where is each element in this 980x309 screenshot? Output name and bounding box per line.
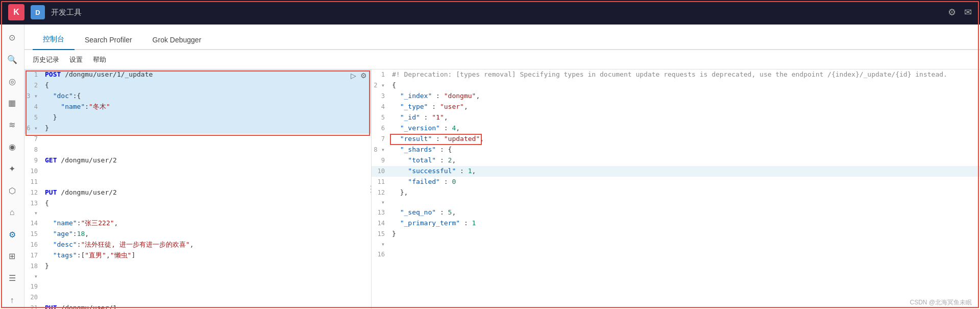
- code-line-20: 20: [24, 292, 371, 303]
- editor-actions: ▷ ⚙: [351, 72, 367, 80]
- sidebar-item-devtools[interactable]: ⚙: [3, 226, 21, 244]
- code-line-12: 12 PUT /dongmu/user/2: [24, 187, 371, 198]
- tab-bar: 控制台 Search Profiler Grok Debugger: [24, 25, 980, 50]
- right-code-editor[interactable]: 1 #! Deprecation: [types removal] Specif…: [372, 69, 980, 309]
- code-line-13: 13 ▾ {: [24, 198, 371, 218]
- left-code-editor[interactable]: 1 POST /dongmu/user/1/_update 2 { 3 ▾ "d…: [24, 69, 371, 309]
- code-line-9: 9 GET /dongmu/user/2: [24, 155, 371, 166]
- main-layout: ⊙ 🔍 ◎ ▦ ≋ ◉ ✦ ⬡ ⌂ ⚙ ⊞ ☰ ↑ 控制台 Search Pro…: [0, 25, 980, 309]
- code-line-14: 14 "name":"张三222",: [24, 218, 371, 229]
- right-code-line-1: 1 #! Deprecation: [types removal] Specif…: [372, 69, 980, 80]
- sidebar-item-graph[interactable]: ⬡: [3, 182, 21, 200]
- run-icon[interactable]: ▷: [351, 72, 356, 80]
- sidebar-item-dashboard[interactable]: ▦: [3, 94, 21, 112]
- code-line-1: 1 POST /dongmu/user/1/_update: [24, 69, 371, 80]
- sidebar-item-maps[interactable]: ◉: [3, 138, 21, 156]
- sidebar: ⊙ 🔍 ◎ ▦ ≋ ◉ ✦ ⬡ ⌂ ⚙ ⊞ ☰ ↑: [0, 25, 24, 309]
- kibana-logo: K: [8, 4, 24, 20]
- editor-container: ▷ ⚙ 1 POST /dongmu/user/1/_update 2 {: [24, 69, 980, 309]
- code-line-2: 2 {: [24, 80, 371, 91]
- user-avatar[interactable]: D: [31, 5, 45, 19]
- sidebar-item-timelion[interactable]: ≋: [3, 116, 21, 134]
- code-line-15: 15 "age":18,: [24, 229, 371, 240]
- logo-symbol: K: [13, 8, 19, 17]
- right-code-line-16: 16: [372, 249, 980, 260]
- right-code-line-3: 3 "_index" : "dongmu",: [372, 91, 980, 102]
- sidebar-item-up[interactable]: ↑: [3, 291, 21, 309]
- right-code-line-5: 5 "_id" : "1",: [372, 112, 980, 123]
- code-line-11: 11: [24, 177, 371, 187]
- sidebar-item-visualize[interactable]: ◎: [3, 73, 21, 90]
- code-line-7: 7: [24, 134, 371, 145]
- sidebar-item-admin[interactable]: ☰: [3, 269, 21, 287]
- tab-console[interactable]: 控制台: [33, 30, 75, 50]
- content-area: 控制台 Search Profiler Grok Debugger 历史记录 设…: [24, 25, 980, 309]
- right-code-line-8: 8 ▾ "_shards" : {: [372, 145, 980, 155]
- code-line-19: 19: [24, 281, 371, 292]
- toolbar: 历史记录 设置 帮助: [24, 50, 980, 69]
- code-line-17: 17 "tags":["直男","懒虫"]: [24, 250, 371, 261]
- code-line-18: 18 ▾ }: [24, 261, 371, 281]
- sidebar-item-apm[interactable]: ⌂: [3, 204, 21, 222]
- sidebar-item-stack[interactable]: ⊞: [3, 247, 21, 265]
- right-code-line-9: 9 "total" : 2,: [372, 155, 980, 166]
- toolbar-help[interactable]: 帮助: [93, 55, 106, 64]
- code-line-3: 3 ▾ "doc":{: [24, 91, 371, 102]
- code-line-21: 21 PUT /dongmu/user/1: [24, 303, 371, 309]
- left-editor-panel: ▷ ⚙ 1 POST /dongmu/user/1/_update 2 {: [24, 69, 372, 309]
- right-code-line-10: 10 "successful" : 1,: [372, 166, 980, 177]
- right-code-line-7: 7 "result" : "updated",: [372, 134, 980, 145]
- right-editor-panel: 1 #! Deprecation: [types removal] Specif…: [372, 69, 980, 309]
- right-code-line-2: 2 ▾ {: [372, 80, 980, 91]
- right-code-line-13: 13 "_seq_no" : 5,: [372, 207, 980, 218]
- settings-icon[interactable]: ⚙: [948, 7, 956, 18]
- code-line-5: 5 }: [24, 112, 371, 123]
- right-code-line-11: 11 "failed" : 0: [372, 177, 980, 187]
- sidebar-item-discover[interactable]: 🔍: [3, 51, 21, 68]
- tab-grok-debugger[interactable]: Grok Debugger: [142, 31, 212, 50]
- right-code-line-15: 15 ▾ }: [372, 229, 980, 249]
- toolbar-settings[interactable]: 设置: [69, 55, 83, 64]
- sidebar-item-home[interactable]: ⊙: [3, 29, 21, 46]
- header-bar: K D 开发工具 ⚙ ✉: [0, 0, 980, 25]
- code-line-8: 8: [24, 145, 371, 155]
- sidebar-item-ml[interactable]: ✦: [3, 160, 21, 178]
- watermark: CSDN @北海冥鱼未眠: [910, 298, 972, 307]
- right-code-line-12: 12 ▾ },: [372, 187, 980, 207]
- avatar-label: D: [35, 9, 40, 16]
- app-title: 开发工具: [51, 8, 82, 17]
- right-code-line-4: 4 "_type" : "user",: [372, 102, 980, 112]
- right-code-line-6: 6 "_version" : 4,: [372, 123, 980, 134]
- code-line-16: 16 "desc":"法外狂徒, 进一步有进一步的欢喜",: [24, 240, 371, 250]
- code-line-4: 4 "name":"冬木": [24, 102, 371, 112]
- code-line-10: 10: [24, 166, 371, 177]
- settings-code-icon[interactable]: ⚙: [360, 72, 367, 80]
- header-icons: ⚙ ✉: [948, 7, 972, 18]
- right-code-line-14: 14 "_primary_term" : 1: [372, 218, 980, 229]
- code-line-6: 6 ▾ }: [24, 123, 371, 134]
- tab-search-profiler[interactable]: Search Profiler: [75, 31, 142, 50]
- mail-icon[interactable]: ✉: [964, 7, 972, 18]
- toolbar-history[interactable]: 历史记录: [33, 55, 59, 64]
